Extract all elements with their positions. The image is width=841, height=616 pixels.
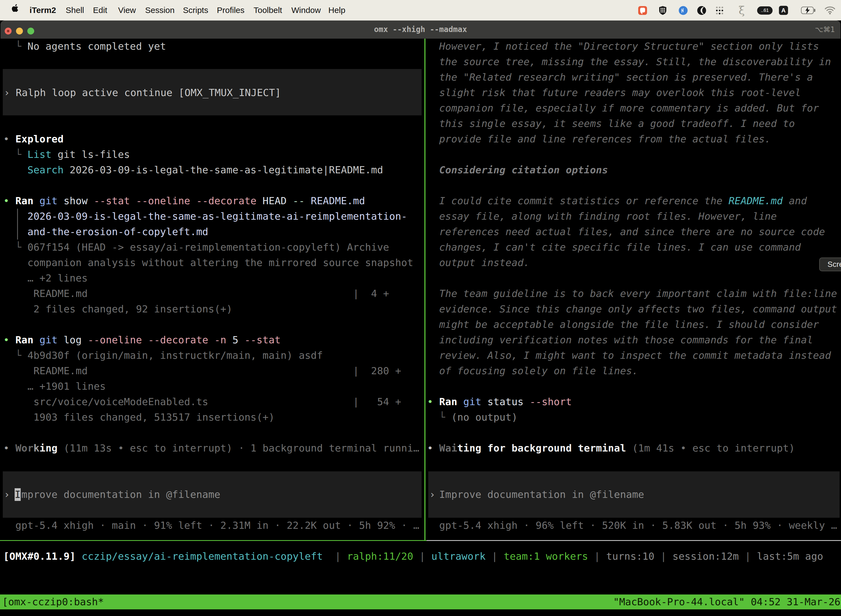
menu-item-profiles[interactable]: Profiles	[217, 0, 245, 21]
badge-61-icon[interactable]: ..61	[757, 6, 772, 15]
ran-git-log-seg4: --oneline	[88, 332, 142, 348]
git-show-out-4-seg0: README.md	[34, 286, 88, 301]
menu-item-window[interactable]: Window	[292, 0, 321, 21]
no-agents-line-seg0: └	[15, 39, 22, 54]
no-agents-line-seg1: No agents completed yet	[27, 39, 166, 54]
ran-git-show-seg1: Ran	[15, 193, 34, 209]
wifi-icon[interactable]	[825, 6, 835, 14]
screen-share-pill[interactable]: Scre	[819, 258, 841, 271]
right-para2-4-seg0: changes, I can't cite specific file line…	[439, 239, 801, 255]
left-input-prompt-seg1: mprove documentation in @filename	[22, 487, 220, 502]
omx-status-line-seg8: |	[594, 549, 600, 564]
right-para3-2-seg0: evidence. Since this change only affects…	[439, 301, 837, 317]
git-status-out-seg1: (no output)	[451, 409, 517, 425]
git-status-out-seg0: └	[439, 409, 445, 425]
ralph-loop-prompt-seg0: ›	[4, 85, 10, 100]
right-para2-2-seg0: essay file, along with finding root file…	[439, 209, 777, 224]
right-para1-6-seg0: this single essay, it seems like a good …	[439, 116, 795, 131]
menu-item-session[interactable]: Session	[145, 0, 175, 21]
omx-status-line-seg2: |	[335, 549, 341, 564]
right-input-prompt-seg1: Improve documentation in @filename	[439, 487, 644, 502]
left-input-prompt-seg0: ›	[4, 487, 10, 502]
right-model-line-seg0: gpt-5.4 xhigh · 96% left · 520K in · 5.8…	[439, 518, 837, 533]
menu-item-scripts[interactable]: Scripts	[183, 0, 208, 21]
explored-list-seg1: List	[27, 147, 51, 162]
explored-search-seg0: Search	[27, 162, 63, 178]
right-para1-7-seg0: provide file and line references from th…	[439, 131, 771, 147]
menu-item-edit[interactable]: Edit	[93, 0, 107, 21]
hline-right-gray	[426, 540, 841, 541]
crescent-icon[interactable]	[697, 6, 706, 15]
battery-icon[interactable]	[801, 7, 815, 14]
pane-divider[interactable]	[424, 39, 425, 540]
git-log-out-5-seg0: 1903 files changed, 513517 insertions(+)	[34, 409, 274, 425]
right-para2-1-seg2: and	[783, 193, 807, 209]
right-para1-3-seg0: the "Related research writing" section i…	[439, 70, 813, 85]
apple-icon[interactable]	[12, 4, 19, 13]
right-para1-4-seg0: slight risk that future readers may over…	[439, 85, 801, 100]
right-para3-5-seg0: review. Also, I might want to inspect th…	[439, 348, 831, 363]
tmux-host-time-label: "MacBook-Pro-44.local" 04:52 31-Mar-26	[613, 594, 841, 609]
blue-bolt-icon[interactable]	[678, 6, 688, 15]
ran-git-status-seg2: git	[463, 394, 482, 409]
right-para1-1-seg0: However, I noticed the "Directory Struct…	[439, 39, 819, 54]
working-status-seg3: ing	[40, 440, 58, 456]
ran-git-log-seg5: --decorate	[148, 332, 208, 348]
shield-grid-icon[interactable]	[658, 6, 668, 15]
ran-git-log-seg1: Ran	[15, 332, 34, 348]
git-log-out-2-seg1: | 280 +	[353, 363, 401, 378]
explored-header-seg1: Explored	[15, 131, 64, 147]
omx-status-line-seg0: [OMX#0.11.9]	[3, 549, 76, 564]
window-title: omx --xhigh --madmax	[0, 21, 841, 39]
git-log-out-4-seg0: src/voice/voiceModeEnabled.ts	[34, 394, 208, 409]
ran-git-status-seg1: Ran	[439, 394, 457, 409]
explored-search-seg1: 2026-03-09-is-legal-the-same-as-legitima…	[70, 162, 383, 178]
explored-list-seg0: └	[15, 147, 22, 162]
right-para2-1-seg1: README.md	[729, 193, 783, 209]
menu-item-toolbelt[interactable]: Toolbelt	[253, 0, 282, 21]
ran-git-log-seg8: --stat	[245, 332, 281, 348]
git-log-out-4-seg1: | 54 +	[353, 394, 401, 409]
hline-left-green	[0, 540, 426, 541]
waiting-status-seg0: •	[427, 440, 433, 456]
git-show-out-1-seg1: 067f154 (HEAD -> essay/ai-reimplementati…	[27, 239, 389, 255]
screen: ξ ..61 A iTerm2ShellEditViewSessionScrip…	[0, 0, 841, 616]
git-log-out-1-seg1: 4b9d30f (origin/main, instructkr/main, m…	[27, 348, 323, 363]
ran-git-status-seg3: status	[488, 394, 524, 409]
waiting-status-seg1: Wai	[439, 440, 457, 456]
right-para2-5-seg0: output instead.	[439, 255, 530, 270]
omx-status-line-seg12: |	[745, 549, 751, 564]
right-para2-3-seg0: references need actual files, and since …	[439, 224, 825, 239]
dragon-icon[interactable]: ξ	[737, 0, 747, 21]
git-show-out-5-seg0: 2 files changed, 92 insertions(+)	[34, 301, 232, 317]
right-para3-4-seg0: including verification notes with those …	[439, 332, 813, 348]
menu-item-view[interactable]: View	[118, 0, 136, 21]
ran-git-show-seg3: show	[64, 193, 88, 209]
menu-bar: ξ ..61 A iTerm2ShellEditViewSessionScrip…	[0, 0, 841, 21]
a-badge-icon[interactable]: A	[779, 6, 788, 15]
omx-status-line-seg7: team:1 workers	[504, 549, 588, 564]
ran-git-log-seg7: 5	[232, 332, 238, 348]
ran-git-log-seg6: -n	[214, 332, 227, 348]
ran-git-show-seg5: --oneline	[136, 193, 190, 209]
terminal: I └No agents completed yet›Ralph loop ac…	[0, 39, 841, 616]
menu-item-help[interactable]: Help	[328, 0, 346, 21]
ran-git-show-seg6: --decorate	[196, 193, 256, 209]
omx-status-line-seg5: ultrawork	[431, 549, 486, 564]
git-show-arg-1-seg0: 2026-03-09-is-legal-the-same-as-legitima…	[27, 209, 407, 224]
dots-grid-icon[interactable]	[715, 6, 724, 15]
ran-git-status-seg4: --short	[529, 394, 572, 409]
ran-git-show-seg9: README.md	[311, 193, 365, 209]
right-para3-3-seg0: might be acceptable alongside the file l…	[439, 317, 819, 332]
omx-status-line-seg9: turns:10	[606, 549, 655, 564]
git-log-out-2-seg0: README.md	[34, 363, 88, 378]
screen-record-icon[interactable]	[638, 6, 647, 15]
ralph-loop-prompt-seg1: Ralph loop active continue [OMX_TMUX_INJ…	[16, 85, 281, 100]
window-title-bar: omx --xhigh --madmax ⌥⌘1	[0, 21, 841, 39]
menu-item-shell[interactable]: Shell	[66, 0, 84, 21]
ran-git-show-seg7: HEAD	[263, 193, 287, 209]
git-show-out-4-seg1: | 4 +	[353, 286, 389, 301]
text-cursor[interactable]: I	[15, 488, 21, 501]
omx-status-line-seg10: |	[661, 549, 667, 564]
menu-item-iterm2[interactable]: iTerm2	[29, 0, 56, 21]
